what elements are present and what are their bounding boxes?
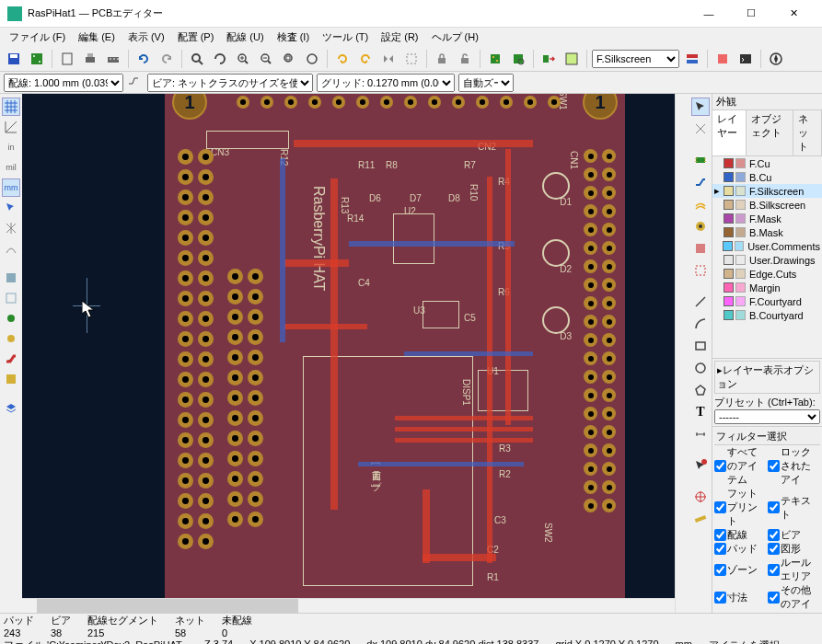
footprint-browser-icon[interactable] xyxy=(508,49,528,69)
add-text-icon[interactable]: T xyxy=(691,403,710,421)
filter-check[interactable] xyxy=(768,501,780,513)
place-footprint-icon[interactable] xyxy=(691,151,710,169)
layer-list[interactable]: F.CuB.Cu▸F.SilkscreenB.SilkscreenF.MaskB… xyxy=(712,156,822,358)
set-origin-icon[interactable] xyxy=(691,488,710,506)
add-via-icon[interactable] xyxy=(691,217,710,236)
zoom-fit-icon[interactable] xyxy=(279,49,299,69)
track-fill-icon[interactable] xyxy=(2,350,20,368)
draw-arc-icon[interactable] xyxy=(691,315,710,333)
undo-icon[interactable] xyxy=(133,49,154,69)
scripting-icon[interactable] xyxy=(712,49,733,69)
compass-icon[interactable] xyxy=(766,49,786,69)
mirror-h-icon[interactable] xyxy=(378,49,399,69)
add-dimension-icon[interactable] xyxy=(691,425,710,443)
grid-toggle-icon[interactable] xyxy=(2,98,20,116)
layer-row[interactable]: Edge.Cuts xyxy=(712,267,822,281)
filter-check[interactable] xyxy=(714,529,726,541)
zoom-out-icon[interactable] xyxy=(256,49,276,69)
layer-row[interactable]: Margin xyxy=(712,281,822,294)
add-keepout-icon[interactable] xyxy=(691,261,710,280)
filter-check[interactable] xyxy=(768,592,780,604)
menu-help[interactable]: ヘルプ (H) xyxy=(426,29,484,45)
via-size-select[interactable]: ビア: ネットクラスのサイズを使用 xyxy=(147,74,313,92)
ratsnest-toggle-icon[interactable] xyxy=(2,219,20,237)
layers-manager-icon[interactable] xyxy=(2,399,20,418)
zoom-selection-icon[interactable] xyxy=(302,49,322,69)
footprint-editor-icon[interactable] xyxy=(485,49,505,69)
select-tool-icon[interactable] xyxy=(691,98,710,116)
track-auto-icon[interactable] xyxy=(127,75,144,91)
menu-route[interactable]: 配線 (U) xyxy=(221,29,269,45)
draw-line-icon[interactable] xyxy=(691,293,710,311)
layer-row[interactable]: B.Silkscreen xyxy=(712,198,822,212)
drc-icon[interactable] xyxy=(562,49,582,69)
layer-pair-icon[interactable] xyxy=(682,49,702,69)
menu-inspect[interactable]: 検査 (I) xyxy=(272,29,315,45)
menu-view[interactable]: 表示 (V) xyxy=(122,29,170,45)
layer-row[interactable]: User.Comments xyxy=(712,239,822,253)
layer-display-options[interactable]: ▸レイヤー表示オプション xyxy=(714,361,820,394)
pcb-canvas[interactable]: 1 1 1 1 CN3 CN2 CN1 R12 R11 R8 R7 R4 R5 … xyxy=(22,94,675,598)
tab-layers[interactable]: レイヤー xyxy=(712,110,747,155)
mil-unit-icon[interactable]: mil xyxy=(2,158,20,177)
grid-select[interactable]: グリッド: 0.1270 mm (0.0050 inch) xyxy=(317,74,455,92)
pad-fill-icon[interactable] xyxy=(2,309,20,328)
lock-icon[interactable] xyxy=(432,49,452,69)
contrast-mode-icon[interactable] xyxy=(2,370,20,388)
mirror-v-icon[interactable] xyxy=(401,49,422,69)
filter-check[interactable] xyxy=(714,564,726,576)
filter-check[interactable] xyxy=(714,543,726,555)
zone-outline-icon[interactable] xyxy=(2,289,20,307)
zone-fill-icon[interactable] xyxy=(2,269,20,287)
vertical-scrollbar[interactable] xyxy=(675,94,689,613)
route-diff-pair-icon[interactable] xyxy=(691,195,710,213)
filter-check[interactable] xyxy=(768,529,780,541)
filter-check[interactable] xyxy=(768,543,780,555)
update-pcb-icon[interactable] xyxy=(538,49,559,69)
console-icon[interactable] xyxy=(735,49,756,69)
rotate-ccw-icon[interactable] xyxy=(332,49,353,69)
delete-icon[interactable] xyxy=(691,456,710,475)
mm-unit-icon[interactable]: mm xyxy=(2,178,20,197)
redo-icon[interactable] xyxy=(156,49,177,69)
track-width-select[interactable]: 配線: 1.000 mm (0.03937 inch) xyxy=(4,74,123,92)
menu-prefs[interactable]: 設定 (R) xyxy=(376,29,423,45)
polar-coord-icon[interactable] xyxy=(2,118,20,136)
unlock-icon[interactable] xyxy=(455,49,475,69)
find-icon[interactable] xyxy=(187,49,207,69)
rotate-cw-icon[interactable] xyxy=(355,49,376,69)
close-button[interactable]: ✕ xyxy=(772,0,815,28)
filter-check[interactable] xyxy=(768,564,780,576)
cursor-shape-icon[interactable] xyxy=(2,199,20,217)
inch-unit-icon[interactable]: in xyxy=(2,138,20,156)
filter-check[interactable] xyxy=(768,460,780,472)
preset-select[interactable]: ------ xyxy=(714,409,820,424)
layer-row[interactable]: User.Drawings xyxy=(712,253,822,267)
tab-nets[interactable]: ネット xyxy=(793,110,822,155)
refresh-icon[interactable] xyxy=(210,49,230,69)
menu-tools[interactable]: ツール (T) xyxy=(317,29,374,45)
plot-icon[interactable] xyxy=(103,49,123,69)
save-icon[interactable] xyxy=(4,49,24,69)
board-setup-icon[interactable] xyxy=(27,49,47,69)
layer-row[interactable]: B.Mask xyxy=(712,225,822,239)
add-zone-icon[interactable] xyxy=(691,239,710,258)
minimize-button[interactable]: — xyxy=(688,0,730,28)
draw-poly-icon[interactable] xyxy=(691,381,710,399)
layer-row[interactable]: B.Courtyard xyxy=(712,308,822,322)
tab-objects[interactable]: オブジェクト xyxy=(747,110,793,155)
filter-check[interactable] xyxy=(714,592,726,604)
layer-row[interactable]: B.Cu xyxy=(712,170,822,184)
menu-edit[interactable]: 編集 (E) xyxy=(73,29,121,45)
maximize-button[interactable]: ☐ xyxy=(730,0,772,28)
layer-row[interactable]: F.Courtyard xyxy=(712,294,822,308)
filter-check[interactable] xyxy=(714,460,726,472)
filter-check[interactable] xyxy=(714,501,726,513)
page-settings-icon[interactable] xyxy=(57,49,77,69)
route-track-icon[interactable] xyxy=(691,173,710,191)
layer-row[interactable]: F.Cu xyxy=(712,156,822,170)
print-icon[interactable] xyxy=(80,49,100,69)
zoom-in-icon[interactable] xyxy=(233,49,253,69)
via-fill-icon[interactable] xyxy=(2,329,20,348)
highlight-net-icon[interactable] xyxy=(691,120,710,138)
